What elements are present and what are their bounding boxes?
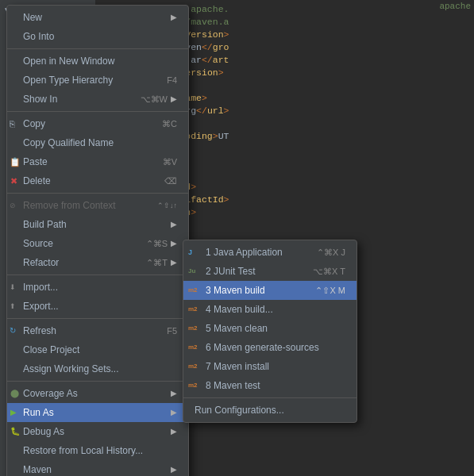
submenu-item-maven-clean[interactable]: m2 5 Maven clean bbox=[183, 319, 356, 338]
menu-item-label: Refresh bbox=[23, 324, 56, 338]
menu-separator bbox=[7, 111, 188, 112]
menu-item-debug-as[interactable]: 🐛 Debug As ▶ bbox=[7, 422, 188, 441]
shortcut-label: ⌥⌘X T bbox=[313, 264, 345, 278]
maven-icon: m2 bbox=[188, 340, 198, 355]
submenu-arrow-icon: ▶ bbox=[171, 463, 177, 476]
menu-item-label: Run As bbox=[23, 405, 54, 420]
menu-item-show-in[interactable]: Show In ⌥⌘W ▶ bbox=[7, 90, 188, 109]
menu-item-label: Restore from Local History... bbox=[23, 443, 143, 458]
copy-icon: ⎘ bbox=[10, 117, 15, 131]
shortcut-label: ⌃⌘T bbox=[146, 255, 168, 270]
menu-item-remove-context[interactable]: ⊘ Remove from Context ⌃⇧↓↑ bbox=[7, 196, 188, 215]
shortcut-label: ⌥⌘W bbox=[141, 92, 168, 106]
apache-header: apache bbox=[436, 0, 474, 13]
shortcut-label: ⌃⇧↓↑ bbox=[157, 198, 177, 213]
menu-item-label: Open in New Window bbox=[23, 54, 114, 68]
java-app-icon: J bbox=[188, 245, 192, 259]
context-menu: New ▶ Go Into Open in New Window Open Ty… bbox=[6, 5, 189, 476]
maven-icon: m2 bbox=[188, 359, 198, 374]
delete-icon: ✖ bbox=[10, 174, 17, 188]
submenu-arrow-icon: ▶ bbox=[171, 217, 177, 232]
run-icon: ▶ bbox=[10, 405, 17, 420]
export-icon: ⬆ bbox=[10, 299, 16, 313]
shortcut-label: ⌃⌘S bbox=[146, 236, 168, 251]
menu-item-label: Close Project bbox=[23, 343, 79, 357]
maven-icon: m2 bbox=[188, 378, 198, 393]
menu-item-label: Coverage As bbox=[23, 386, 78, 401]
menu-item-coverage-as[interactable]: ⬤ Coverage As ▶ bbox=[7, 384, 188, 403]
menu-item-build-path[interactable]: Build Path ▶ bbox=[7, 215, 188, 234]
menu-item-copy[interactable]: ⎘ Copy ⌘C bbox=[7, 114, 188, 133]
menu-item-import[interactable]: ⬇ Import... bbox=[7, 278, 188, 297]
menu-item-restore-history[interactable]: Restore from Local History... bbox=[7, 441, 188, 460]
submenu-item-label: 1 Java Application bbox=[206, 245, 283, 259]
submenu-item-label: 8 Maven test bbox=[206, 378, 260, 393]
submenu-item-label: 3 Maven build bbox=[206, 283, 265, 298]
import-icon: ⬇ bbox=[10, 280, 16, 294]
menu-item-refresh[interactable]: ↻ Refresh F5 bbox=[7, 321, 188, 340]
submenu-arrow-icon: ▶ bbox=[171, 405, 177, 420]
shortcut-label: ⌃⌘X J bbox=[317, 245, 345, 259]
menu-separator bbox=[7, 193, 188, 194]
menu-item-label: Assign Working Sets... bbox=[23, 362, 119, 376]
shortcut-label: F5 bbox=[167, 324, 177, 338]
paste-icon: 📋 bbox=[10, 155, 21, 169]
menu-item-label: New bbox=[23, 10, 42, 25]
menu-item-delete[interactable]: ✖ Delete ⌫ bbox=[7, 171, 188, 190]
menu-item-refactor[interactable]: Refactor ⌃⌘T ▶ bbox=[7, 253, 188, 272]
menu-separator bbox=[7, 48, 188, 49]
menu-item-label: Refactor bbox=[23, 255, 59, 270]
submenu-item-maven-build[interactable]: m2 3 Maven build ⌃⇧X M bbox=[183, 281, 356, 300]
menu-item-label: Copy Qualified Name bbox=[23, 136, 114, 150]
menu-item-go-into[interactable]: Go Into bbox=[7, 27, 188, 46]
menu-item-export[interactable]: ⬆ Export... bbox=[7, 297, 188, 316]
submenu-item-junit[interactable]: Ju 2 JUnit Test ⌥⌘X T bbox=[183, 262, 356, 281]
menu-item-label: Source bbox=[23, 236, 53, 251]
shortcut-label: ⌃⇧X M bbox=[315, 283, 345, 298]
menu-item-run-as[interactable]: ▶ Run As ▶ bbox=[7, 403, 188, 422]
menu-item-copy-qualified[interactable]: Copy Qualified Name bbox=[7, 133, 188, 152]
submenu-arrow-icon: ▶ bbox=[171, 236, 177, 251]
menu-item-label: Go Into bbox=[23, 29, 54, 44]
submenu-item-maven-test[interactable]: m2 8 Maven test bbox=[183, 376, 356, 395]
run-configurations-item[interactable]: Run Configurations... bbox=[183, 401, 356, 420]
menu-item-open-window[interactable]: Open in New Window bbox=[7, 52, 188, 71]
menu-item-new[interactable]: New ▶ bbox=[7, 8, 188, 27]
menu-item-open-hierarchy[interactable]: Open Type Hierarchy F4 bbox=[7, 71, 188, 90]
menu-item-label: Remove from Context bbox=[23, 198, 116, 213]
shortcut-label: ⌫ bbox=[164, 174, 177, 188]
run-configs-label: Run Configurations... bbox=[195, 403, 284, 417]
submenu-item-maven-install[interactable]: m2 7 Maven install bbox=[183, 357, 356, 376]
menu-item-label: Debug As bbox=[23, 424, 64, 439]
menu-item-working-sets[interactable]: Assign Working Sets... bbox=[7, 359, 188, 378]
menu-item-label: Copy bbox=[23, 117, 45, 131]
maven-icon: m2 bbox=[188, 302, 198, 317]
menu-item-source[interactable]: Source ⌃⌘S ▶ bbox=[7, 234, 188, 253]
maven-icon: m2 bbox=[188, 283, 198, 298]
menu-item-label: Maven bbox=[23, 463, 52, 476]
menu-item-label: Import... bbox=[23, 280, 58, 294]
menu-separator bbox=[7, 318, 188, 319]
shortcut-label: ⌘V bbox=[163, 155, 177, 169]
menu-item-label: Export... bbox=[23, 299, 59, 313]
submenu-arrow-icon: ▶ bbox=[171, 10, 177, 25]
remove-icon: ⊘ bbox=[10, 198, 16, 213]
submenu-item-maven-generate[interactable]: m2 6 Maven generate-sources bbox=[183, 338, 356, 357]
submenu-item-maven-build-dots[interactable]: m2 4 Maven build... bbox=[183, 300, 356, 319]
submenu-item-label: 7 Maven install bbox=[206, 359, 269, 374]
menu-separator bbox=[7, 274, 188, 275]
submenu-arrow-icon: ▶ bbox=[171, 386, 177, 401]
menu-item-paste[interactable]: 📋 Paste ⌘V bbox=[7, 152, 188, 171]
submenu-item-label: 4 Maven build... bbox=[206, 302, 273, 317]
menu-item-close-project[interactable]: Close Project bbox=[7, 340, 188, 359]
menu-item-label: Paste bbox=[23, 155, 48, 169]
submenu-arrow-icon: ▶ bbox=[171, 424, 177, 439]
coverage-icon: ⬤ bbox=[10, 386, 19, 401]
menu-separator bbox=[7, 381, 188, 382]
submenu-item-java-app[interactable]: J 1 Java Application ⌃⌘X J bbox=[183, 243, 356, 262]
shortcut-label: F4 bbox=[167, 73, 177, 87]
menu-item-maven[interactable]: Maven ▶ bbox=[7, 460, 188, 476]
shortcut-label: ⌘C bbox=[162, 117, 177, 131]
submenu-arrow-icon: ▶ bbox=[171, 92, 177, 106]
submenu-item-label: 5 Maven clean bbox=[206, 321, 268, 336]
